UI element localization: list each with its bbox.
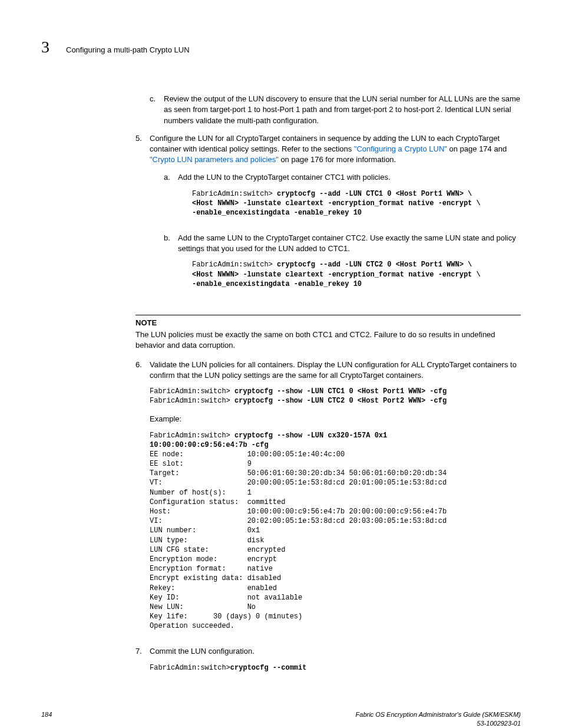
header-title: Configuring a multi-path Crypto LUN [66, 45, 190, 55]
command: cryptocfg --show -LUN CTC2 0 <Host Port2… [234, 397, 447, 405]
example-label: Example: [150, 414, 521, 424]
step-5b: b. Add the same LUN to the CryptoTarget … [164, 233, 521, 297]
note-rule [135, 315, 521, 315]
step-text: Add the same LUN to the CryptoTarget con… [178, 233, 521, 254]
step-5: 5. Configure the LUN for all CryptoTarge… [135, 133, 521, 304]
prompt: FabricAdmin:switch> [192, 190, 277, 198]
command-output: EE node: 10:00:00:05:1e:40:4c:00 EE slot… [150, 450, 447, 630]
footer-docnum: 53-1002923-01 [356, 719, 521, 728]
command: cryptocfg --commit [230, 664, 307, 672]
prompt: FabricAdmin:switch> [150, 397, 234, 405]
prompt: FabricAdmin:switch> [150, 387, 234, 396]
chapter-number: 3 [41, 35, 49, 58]
prompt: FabricAdmin:switch> [192, 261, 277, 269]
link-configuring-crypto-lun[interactable]: "Configuring a Crypto LUN" [354, 144, 447, 153]
main-content-cont: 6. Validate the LUN policies for all con… [135, 360, 521, 681]
footer-title: Fabric OS Encryption Administrator's Gui… [356, 710, 521, 719]
main-content: c. Review the output of the LUN discover… [135, 94, 521, 304]
step-text: on page 174 and [447, 144, 507, 153]
step-text: Commit the LUN configuration. [150, 646, 521, 657]
step-text: on page 176 for more information. [279, 155, 396, 164]
code-block: FabricAdmin:switch> cryptocfg --show -LU… [150, 431, 521, 631]
list-marker: b. [164, 233, 178, 297]
command: cryptocfg --show -LUN CTC1 0 <Host Port1… [234, 387, 447, 396]
link-crypto-lun-parameters[interactable]: "Crypto LUN parameters and policies" [150, 155, 279, 164]
page-header: 3 Configuring a multi-path Crypto LUN [41, 35, 521, 58]
code-block: FabricAdmin:switch> cryptocfg --add -LUN… [192, 260, 521, 289]
list-marker: 7. [135, 646, 150, 680]
list-marker: a. [164, 172, 178, 226]
list-marker: c. [150, 94, 164, 126]
step-5a: a. Add the LUN to the CryptoTarget conta… [164, 172, 521, 226]
step-c: c. Review the output of the LUN discover… [150, 94, 521, 126]
list-marker: 5. [135, 133, 150, 304]
prompt: FabricAdmin:switch> [150, 431, 234, 440]
step-6: 6. Validate the LUN policies for all con… [135, 360, 521, 640]
step-text: Validate the LUN policies for all contai… [150, 360, 521, 381]
page-footer: 184 Fabric OS Encryption Administrator's… [41, 710, 521, 728]
prompt: FabricAdmin:switch> [150, 664, 230, 672]
note-text: The LUN policies must be exactly the sam… [135, 330, 521, 351]
code-block: FabricAdmin:switch> cryptocfg --show -LU… [150, 387, 521, 406]
note-block: NOTE The LUN policies must be exactly th… [135, 315, 521, 351]
page-number: 184 [41, 710, 52, 728]
code-block: FabricAdmin:switch>cryptocfg --commit [150, 663, 521, 673]
step-7: 7. Commit the LUN configuration. FabricA… [135, 646, 521, 680]
code-block: FabricAdmin:switch> cryptocfg --add -LUN… [192, 189, 521, 218]
note-title: NOTE [135, 318, 521, 328]
step-text: Add the LUN to the CryptoTarget containe… [178, 172, 521, 183]
list-marker: 6. [135, 360, 150, 640]
step-text: Review the output of the LUN discovery t… [164, 94, 521, 126]
